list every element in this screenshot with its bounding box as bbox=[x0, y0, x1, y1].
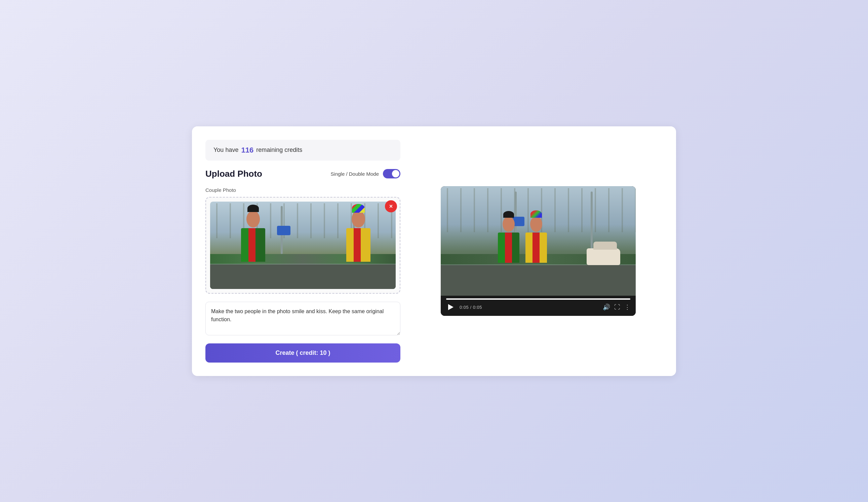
video-person-right bbox=[523, 216, 550, 263]
video-person-left-head bbox=[503, 216, 515, 232]
volume-icon[interactable]: 🔊 bbox=[603, 303, 610, 311]
create-button-label: Create ( credit: 10 ) bbox=[275, 349, 330, 356]
person-right-head bbox=[352, 211, 365, 228]
person-left-head bbox=[246, 211, 260, 228]
remove-photo-button[interactable]: × bbox=[385, 200, 397, 212]
mode-toggle-container: Single / Double Mode bbox=[331, 169, 400, 178]
video-progress-fill bbox=[446, 299, 630, 300]
mode-label: Single / Double Mode bbox=[331, 171, 379, 177]
close-icon: × bbox=[389, 203, 393, 209]
video-person-right-head bbox=[530, 216, 542, 232]
person-left bbox=[238, 211, 268, 264]
photo-upload-area[interactable]: × bbox=[205, 197, 400, 294]
create-button[interactable]: Create ( credit: 10 ) bbox=[205, 343, 400, 363]
video-person-right-body bbox=[525, 232, 547, 263]
upload-section-header: Upload Photo Single / Double Mode bbox=[205, 169, 400, 179]
play-button[interactable] bbox=[446, 302, 455, 312]
right-panel: 0:05 / 0:05 🔊 ⛶ ⋮ bbox=[414, 140, 663, 363]
credits-amount: 116 bbox=[241, 146, 254, 155]
video-road-bg bbox=[441, 265, 636, 296]
video-car bbox=[587, 248, 620, 265]
sign-board bbox=[277, 226, 290, 235]
person-left-body bbox=[241, 228, 265, 262]
main-card: You have 116 remaining credits Upload Ph… bbox=[192, 126, 676, 376]
video-controls-bar: 0:05 / 0:05 🔊 ⛶ ⋮ bbox=[441, 296, 636, 316]
time-display: 0:05 / 0:05 bbox=[459, 305, 482, 310]
couple-photo-label: Couple Photo bbox=[205, 187, 400, 193]
mode-toggle[interactable] bbox=[383, 169, 400, 178]
video-frame bbox=[441, 186, 636, 296]
upload-title: Upload Photo bbox=[205, 169, 262, 179]
video-controls: 0:05 / 0:05 🔊 ⛶ ⋮ bbox=[446, 302, 630, 312]
more-options-icon[interactable]: ⋮ bbox=[624, 303, 630, 311]
road-bg bbox=[210, 264, 396, 289]
video-bg bbox=[441, 186, 636, 296]
credits-prefix: You have bbox=[214, 146, 238, 154]
person-right bbox=[343, 211, 373, 264]
video-progress-bar[interactable] bbox=[446, 299, 630, 300]
play-icon bbox=[448, 304, 454, 310]
video-container: 0:05 / 0:05 🔊 ⛶ ⋮ bbox=[441, 186, 636, 316]
prompt-textarea[interactable] bbox=[205, 302, 400, 335]
person-right-body bbox=[346, 228, 371, 262]
video-pole-right bbox=[591, 191, 593, 258]
photo-bg bbox=[210, 202, 396, 289]
photo-preview bbox=[210, 202, 396, 289]
credits-suffix: remaining credits bbox=[256, 146, 302, 154]
video-person-left-body bbox=[498, 232, 519, 263]
fullscreen-icon[interactable]: ⛶ bbox=[614, 304, 620, 311]
video-person-left bbox=[495, 216, 522, 263]
credits-bar: You have 116 remaining credits bbox=[205, 140, 400, 160]
left-panel: You have 116 remaining credits Upload Ph… bbox=[205, 140, 400, 363]
